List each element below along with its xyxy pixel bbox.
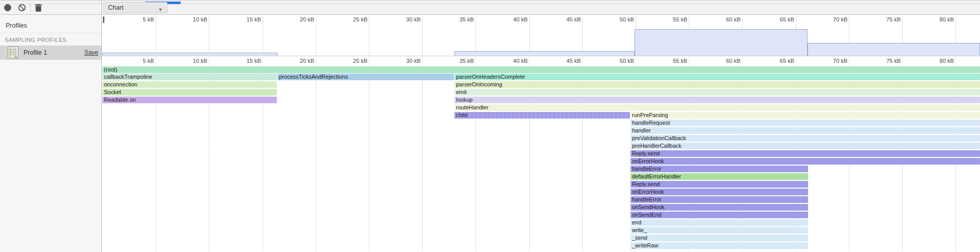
flame-frame[interactable]: _send (630, 235, 808, 241)
flame-frame[interactable]: preHandlerCallback (630, 143, 980, 149)
flame-frame[interactable]: emit (454, 89, 980, 96)
axis-tick-label: 15 kB (230, 16, 261, 22)
flame-frame[interactable]: onErrorHook (630, 158, 980, 165)
overview-silhouette-segment (808, 43, 980, 56)
flame-frame[interactable]: end (630, 219, 808, 226)
axis-tick-label: 75 kB (870, 58, 901, 64)
axis-tick-label: 60 kB (710, 58, 741, 64)
axis-tick-label: 50 kB (603, 58, 634, 64)
axis-tick-label: 50 kB (603, 16, 634, 22)
axis-tick-label: 70 kB (817, 16, 847, 22)
axis-tick-label: 35 kB (443, 58, 474, 64)
axis-tick-label: 10 kB (177, 58, 207, 64)
axis-tick-label: 25 kB (337, 16, 367, 22)
flame-frame[interactable]: Socket (102, 89, 277, 96)
axis-tick-label: 15 kB (230, 58, 261, 64)
flame-frame[interactable]: onSendEnd (630, 212, 808, 218)
flame-frame[interactable]: routeHandler (454, 104, 980, 111)
gridline-dotted-overlay (316, 66, 316, 249)
axis-tick-label: 75 kB (870, 16, 901, 22)
gridline (156, 15, 156, 56)
axis-tick-label: 30 kB (390, 16, 421, 22)
axis-tick-label: 35 kB (443, 16, 474, 22)
axis-tick-label: 30 kB (390, 58, 421, 64)
axis-tick-label: 20 kB (284, 16, 314, 22)
flame-frame[interactable]: lookup (454, 97, 980, 103)
flame-frame[interactable]: onSendHook (630, 204, 808, 211)
flame-frame[interactable]: handleError (630, 196, 808, 203)
gridline (316, 15, 316, 56)
flame-frame[interactable]: onErrorHook (630, 189, 808, 195)
flame-frame[interactable]: write_ (630, 227, 808, 234)
gridline (582, 15, 583, 56)
flame-frame[interactable]: Readable.on (102, 97, 277, 103)
overview-silhouette-segment (454, 51, 635, 56)
gridline (529, 15, 530, 56)
axis-tick-label: 65 kB (764, 58, 794, 64)
flame-frame[interactable]: preValidationCallback (630, 135, 980, 142)
flame-frame[interactable]: onconnection (102, 81, 277, 88)
flame-frame[interactable]: runPreParsing (630, 112, 980, 119)
axis-tick-label: 25 kB (337, 58, 367, 64)
axis-tick-label: 45 kB (550, 16, 581, 22)
axis-tick-label: 65 kB (764, 16, 794, 22)
gridline (422, 15, 423, 56)
flame-frame[interactable]: parserOnIncoming (454, 81, 980, 88)
gridline (209, 15, 209, 56)
axis-tick-label: 45 kB (550, 58, 581, 64)
axis-tick-label: 55 kB (657, 58, 687, 64)
flame-frame[interactable]: Reply.send (630, 181, 808, 188)
flame-frame[interactable]: handleRequest (630, 120, 980, 126)
axis-tick-label: 60 kB (710, 16, 741, 22)
axis-tick-label: 55 kB (657, 16, 687, 22)
flame-frame[interactable]: parserOnHeadersComplete (454, 74, 980, 80)
overview-silhouette-segment (635, 29, 808, 56)
axis-tick-label: 40 kB (497, 58, 528, 64)
axis-tick-label: 80 kB (923, 58, 954, 64)
axis-tick-label: 10 kB (177, 16, 207, 22)
flame-frame[interactable]: handler (630, 127, 980, 134)
flame-frame[interactable]: Reply.send (630, 150, 980, 157)
gridline (369, 15, 369, 56)
gridline (475, 15, 476, 56)
axis-tick-label: 20 kB (284, 58, 314, 64)
axis-tick-label: 70 kB (817, 58, 847, 64)
flame-frame[interactable]: processTicksAndRejections (277, 74, 454, 80)
axis-tick-label: 80 kB (923, 16, 954, 22)
flame-chart[interactable]: 5 kB5 kB10 kB10 kB15 kB15 kB20 kB20 kB25… (0, 1, 980, 252)
flame-frame[interactable]: defaultErrorHandler (630, 173, 808, 180)
flame-frame[interactable]: (root) (102, 66, 980, 73)
memory-profiler-panel: Chart ▼ Profiles SAMPLING PROFILES (0, 0, 980, 252)
gridline (263, 15, 263, 56)
axis-tick-label: 40 kB (497, 16, 528, 22)
flame-frame[interactable]: child (454, 112, 630, 119)
axis-tick-label: 5 kB (123, 16, 154, 22)
gridline-dotted-overlay (369, 66, 369, 249)
flame-frame[interactable]: callbackTrampoline (102, 74, 277, 80)
flame-frame[interactable]: _writeRaw (630, 242, 808, 249)
axis-tick-label: 5 kB (123, 58, 154, 64)
flame-frame[interactable]: handleError (630, 166, 808, 172)
gridline-dotted-overlay (422, 66, 423, 249)
overview-silhouette-segment (102, 53, 277, 56)
